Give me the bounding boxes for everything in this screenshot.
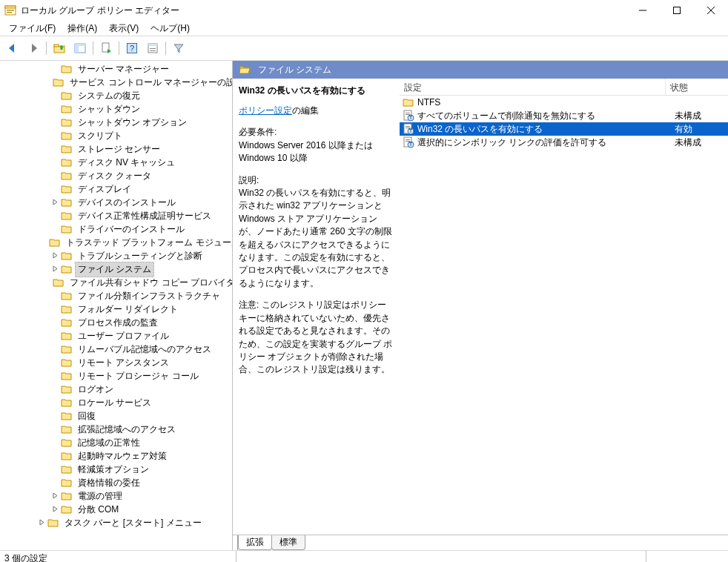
settings-list-pane: 設定 状態 NTFSすべてのボリュームで削除通知を無効にする未構成Win32 の…: [400, 79, 728, 535]
tree-item[interactable]: ストレージ センサー: [0, 142, 232, 156]
tree-item[interactable]: リモート プロシージャ コール: [0, 369, 232, 383]
forward-button[interactable]: [25, 40, 42, 56]
tree-item[interactable]: ログオン: [0, 383, 232, 396]
description-pane: Win32 の長いパスを有効にする ポリシー設定の編集 必要条件: Window…: [233, 79, 400, 535]
tree-item[interactable]: リモート アシスタンス: [0, 356, 232, 369]
tree-item[interactable]: 回復: [0, 409, 232, 423]
svg-rect-11: [75, 44, 85, 46]
filter-button[interactable]: [171, 40, 187, 56]
settings-list: NTFSすべてのボリュームで削除通知を無効にする未構成Win32 の長いパスを有…: [400, 96, 728, 149]
folder-icon: [61, 423, 73, 435]
maximize-button[interactable]: [660, 0, 694, 21]
tree-item[interactable]: シャットダウン: [0, 102, 232, 116]
tree-item-label: サービス コントロール マネージャーの設定: [67, 76, 232, 90]
list-row-name: Win32 の長いパスを有効にする: [417, 123, 672, 136]
list-row[interactable]: すべてのボリュームで削除通知を無効にする未構成: [400, 109, 728, 122]
tree-item[interactable]: ディスク NV キャッシュ: [0, 156, 232, 169]
tree-scroll[interactable]: サーバー マネージャーサービス コントロール マネージャーの設定システムの復元シ…: [0, 61, 232, 550]
up-button[interactable]: [51, 40, 67, 56]
export-button[interactable]: [98, 40, 114, 56]
tree-item[interactable]: サービス コントロール マネージャーの設定: [0, 76, 232, 89]
menu-view[interactable]: 表示(V): [103, 21, 145, 36]
chevron-right-icon[interactable]: [36, 519, 47, 527]
tree-item[interactable]: タスク バーと [スタート] メニュー: [0, 516, 232, 529]
list-row[interactable]: NTFS: [400, 96, 728, 109]
tree-item[interactable]: 分散 COM: [0, 503, 232, 516]
toolbar-separator: [165, 42, 166, 55]
tab-extended[interactable]: 拡張: [238, 535, 272, 550]
tree-item[interactable]: ファイル共有シャドウ コピー プロバイダー: [0, 276, 232, 289]
svg-rect-17: [148, 44, 157, 46]
tree-item[interactable]: ディスプレイ: [0, 182, 232, 196]
edit-policy-link[interactable]: ポリシー設定: [239, 105, 292, 116]
close-button[interactable]: [694, 0, 728, 21]
app-icon: [4, 4, 16, 16]
tree-item[interactable]: フォルダー リダイレクト: [0, 303, 232, 316]
chevron-right-icon[interactable]: [49, 506, 61, 514]
properties-button[interactable]: [145, 40, 161, 56]
folder-icon: [61, 290, 73, 302]
tree-item[interactable]: 拡張記憶域へのアクセス: [0, 423, 232, 436]
folder-icon: [61, 343, 73, 355]
tree-item[interactable]: ロケール サービス: [0, 396, 232, 409]
tab-standard[interactable]: 標準: [271, 535, 305, 550]
tree-item[interactable]: ユーザー プロファイル: [0, 329, 232, 343]
menu-help[interactable]: ヘルプ(H): [145, 21, 196, 36]
chevron-right-icon[interactable]: [49, 265, 61, 274]
minimize-button[interactable]: [626, 0, 660, 21]
status-text: 3 個の設定: [4, 551, 236, 562]
column-setting[interactable]: 設定: [400, 79, 666, 95]
tree-item-label: ファイル システム: [76, 262, 153, 277]
tree-item-label: 電源の管理: [76, 489, 125, 503]
policy-icon: [403, 123, 414, 135]
content-row: Win32 の長いパスを有効にする ポリシー設定の編集 必要条件: Window…: [233, 79, 728, 535]
chevron-right-icon[interactable]: [49, 199, 61, 207]
folder-icon: [61, 103, 73, 115]
folder-icon: [61, 410, 73, 422]
menu-action[interactable]: 操作(A): [62, 21, 103, 36]
tree-item[interactable]: システムの復元: [0, 89, 232, 102]
svg-rect-21: [406, 113, 410, 113]
svg-rect-25: [406, 126, 410, 127]
svg-rect-2: [7, 10, 14, 11]
back-button[interactable]: [4, 40, 21, 56]
list-row[interactable]: Win32 の長いパスを有効にする有効: [400, 122, 728, 136]
folder-icon: [61, 223, 73, 235]
tree-item[interactable]: ファイル システム: [0, 262, 232, 276]
tree-item[interactable]: デバイス正常性構成証明サービス: [0, 209, 232, 222]
svg-rect-3: [7, 12, 12, 13]
tree-item-label: デバイスのインストール: [76, 196, 178, 210]
note-block: 注意: このレジストリ設定はポリシー キーに格納されていないため、優先される設定…: [239, 299, 394, 376]
folder-icon: [53, 277, 64, 288]
tree-item[interactable]: ファイル分類インフラストラクチャ: [0, 289, 232, 303]
tree-item[interactable]: プロセス作成の監査: [0, 316, 232, 329]
tree-item-label: システムの復元: [76, 89, 142, 103]
menu-file[interactable]: ファイル(F): [3, 21, 62, 36]
tree-item[interactable]: 電源の管理: [0, 489, 232, 503]
tree-item[interactable]: シャットダウン オプション: [0, 116, 232, 129]
chevron-right-icon[interactable]: [49, 252, 61, 260]
tree-item[interactable]: スクリプト: [0, 129, 232, 142]
show-hide-tree-button[interactable]: [72, 40, 88, 56]
tree-item[interactable]: デバイスのインストール: [0, 196, 232, 209]
svg-rect-19: [150, 50, 156, 51]
tree-item-label: ファイル分類インフラストラクチャ: [76, 289, 222, 303]
tree-item[interactable]: サーバー マネージャー: [0, 62, 232, 76]
column-state[interactable]: 状態: [666, 79, 728, 95]
tree-item[interactable]: ドライバーのインストール: [0, 222, 232, 236]
tree-item[interactable]: リムーバブル記憶域へのアクセス: [0, 343, 232, 356]
help-button[interactable]: ?: [124, 40, 140, 56]
folder-icon: [61, 303, 73, 315]
tree-item[interactable]: ディスク クォータ: [0, 169, 232, 182]
tree-item[interactable]: 資格情報の委任: [0, 476, 232, 489]
tree-item[interactable]: トラブルシューティングと診断: [0, 249, 232, 262]
list-row-name: NTFS: [417, 97, 672, 108]
chevron-right-icon[interactable]: [49, 492, 61, 500]
tree-item[interactable]: 起動時マルウェア対策: [0, 449, 232, 463]
tree-item[interactable]: 軽減策オプション: [0, 463, 232, 476]
tree-item[interactable]: トラステッド プラットフォーム モジュール サー: [0, 236, 232, 249]
folder-icon: [61, 397, 73, 409]
tree-item[interactable]: 記憶域の正常性: [0, 436, 232, 449]
description-label: 説明:: [239, 174, 394, 187]
list-row[interactable]: 選択的にシンボリック リンクの評価を許可する未構成: [400, 136, 728, 149]
